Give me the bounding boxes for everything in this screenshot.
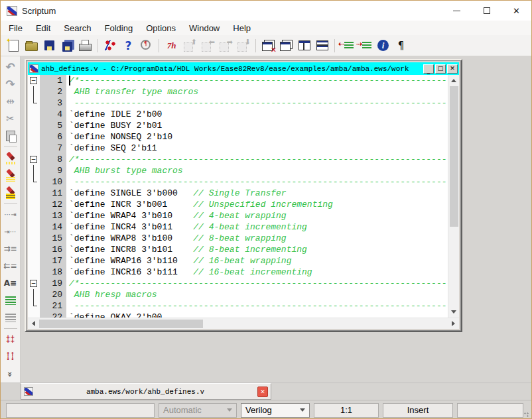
expand-folds-icon[interactable] — [356, 37, 374, 54]
fold-start[interactable] — [28, 278, 40, 289]
code-text[interactable]: `define INCR8 3'b101 // 8-beat increment… — [66, 244, 448, 255]
code-text[interactable]: `define BUSY 2'b01 — [66, 120, 448, 131]
capitalize-icon[interactable] — [2, 274, 19, 292]
code-line[interactable]: 10 -------------------------------------… — [28, 176, 448, 188]
new-document-icon[interactable] — [5, 37, 23, 54]
code-line[interactable]: 12`define INCR 3'b001 // Unspecified inc… — [28, 199, 448, 210]
code-text[interactable]: `define IDLE 2'b00 — [66, 109, 448, 120]
marker-dotted-icon[interactable] — [2, 149, 19, 166]
code-line[interactable]: 7`define SEQ 2'b11 — [28, 143, 448, 154]
code-line[interactable]: 18`define INCR16 3'b111 // 16-beat incre… — [28, 267, 448, 278]
code-line[interactable]: 14`define INCR4 3'b011 // 4-beat increme… — [28, 221, 448, 233]
code-text[interactable]: `define OKAY 2'b00 — [66, 312, 448, 318]
code-line[interactable]: 11`define SINGLE 3'b000 // Single Transf… — [28, 188, 448, 199]
menu-options[interactable]: Options — [139, 22, 182, 34]
horizontal-scrollbar[interactable] — [28, 318, 459, 329]
redo-icon[interactable] — [2, 76, 19, 93]
code-text[interactable]: `define SEQ 2'b11 — [66, 143, 448, 154]
code-line[interactable]: 6`define NONSEQ 2'b10 — [28, 131, 448, 143]
join-lines-icon[interactable] — [2, 93, 19, 110]
comment-block-icon[interactable] — [2, 292, 19, 309]
minimize-button[interactable] — [442, 1, 472, 21]
code-text[interactable]: `define SINGLE 3'b000 // Single Transfer — [66, 188, 448, 199]
menu-window[interactable]: Window — [182, 22, 226, 34]
info-icon[interactable] — [374, 37, 392, 54]
code-text[interactable]: /*--------------------------------------… — [66, 278, 448, 289]
resize-grip[interactable] — [524, 412, 529, 418]
menu-folding[interactable]: Folding — [98, 22, 140, 34]
encoding-select[interactable]: Automatic — [159, 403, 237, 418]
code-text[interactable]: ----------------------------------------… — [66, 300, 448, 312]
fold-all-icon[interactable] — [2, 331, 19, 348]
unfold-all-icon[interactable] — [2, 348, 19, 365]
scroll-down-icon[interactable] — [448, 306, 460, 318]
code-line[interactable]: 3 --------------------------------------… — [28, 97, 448, 109]
code-text[interactable]: `define WRAP4 3'b010 // 4-beat wrapping — [66, 210, 448, 221]
more-tools-icon[interactable] — [2, 365, 19, 383]
marker-striped-icon[interactable] — [2, 184, 19, 201]
vertical-scrollbar[interactable] — [448, 75, 459, 318]
close-all-windows-icon[interactable] — [259, 37, 277, 54]
doc-minimize-button[interactable]: _ — [423, 64, 434, 74]
fold-collapse-icon[interactable] — [30, 77, 37, 84]
code-text[interactable]: `define INCR4 3'b011 // 4-beat increment… — [66, 221, 448, 233]
append-end-icon[interactable] — [2, 206, 19, 223]
tile-horizontal-icon[interactable] — [313, 37, 331, 54]
code-line[interactable]: 21 -------------------------------------… — [28, 300, 448, 312]
code-text[interactable]: `define WRAP16 3'b110 // 16-beat wrappin… — [66, 255, 448, 267]
language-select[interactable]: Verilog — [241, 403, 310, 418]
doc-close-button[interactable]: ✕ — [447, 64, 458, 74]
code-line[interactable]: 15`define WRAP8 3'b100 // 8-beat wrappin… — [28, 233, 448, 244]
print-icon[interactable] — [76, 37, 94, 54]
marker-dotted2-icon[interactable] — [2, 166, 19, 184]
undo-icon[interactable] — [2, 58, 19, 76]
uncomment-block-icon[interactable] — [2, 309, 19, 326]
help-icon[interactable] — [119, 37, 137, 54]
code-text[interactable]: `define INCR 3'b001 // Unspecified incre… — [66, 199, 448, 210]
code-line[interactable]: 9 AHB burst type macros — [28, 165, 448, 176]
tab-ahb-defines[interactable]: amba.ews/work/ahb_defines.v ✕ — [21, 383, 271, 400]
hex-convert-icon[interactable] — [163, 37, 180, 54]
cut-icon[interactable] — [2, 110, 19, 127]
menu-edit[interactable]: Edit — [29, 22, 57, 34]
code-text[interactable]: AHB transfer type macros — [66, 86, 448, 97]
scroll-up-icon[interactable] — [448, 75, 460, 86]
code-line[interactable]: 17`define WRAP16 3'b110 // 16-beat wrapp… — [28, 255, 448, 267]
save-all-icon[interactable] — [58, 37, 76, 54]
document-titlebar[interactable]: ahb_defines.v - C:/ProgramData/HDL Works… — [28, 62, 459, 75]
vertical-scroll-thumb[interactable] — [450, 86, 458, 227]
code-line[interactable]: 13`define WRAP4 3'b010 // 4-beat wrappin… — [28, 210, 448, 221]
tile-vertical-icon[interactable] — [295, 37, 313, 54]
code-text[interactable]: /*--------------------------------------… — [66, 75, 448, 86]
code-text[interactable]: ----------------------------------------… — [66, 97, 448, 109]
doc-maximize-button[interactable]: □ — [435, 64, 446, 74]
menu-file[interactable]: File — [2, 22, 29, 34]
fold-collapse-icon[interactable] — [30, 156, 37, 163]
code-text[interactable]: AHB burst type macros — [66, 165, 448, 176]
menu-search[interactable]: Search — [57, 22, 98, 34]
open-file-icon[interactable] — [23, 37, 40, 54]
pilcrow-icon[interactable] — [392, 37, 410, 54]
menu-help[interactable]: Help — [226, 22, 257, 34]
paste-icon[interactable] — [2, 127, 19, 145]
fold-start[interactable] — [28, 75, 40, 86]
maximize-button[interactable] — [472, 1, 501, 21]
code-line[interactable]: 16`define INCR8 3'b101 // 8-beat increme… — [28, 244, 448, 255]
tab-close-button[interactable]: ✕ — [257, 387, 268, 397]
code-text[interactable]: AHB hresp macros — [66, 289, 448, 300]
collapse-folds-icon[interactable] — [338, 37, 356, 54]
scroll-right-icon[interactable] — [448, 318, 459, 329]
fold-collapse-icon[interactable] — [30, 280, 37, 287]
insert-start-icon[interactable] — [2, 223, 19, 240]
code-text[interactable]: `define INCR16 3'b111 // 16-beat increme… — [66, 267, 448, 278]
code-text[interactable]: `define WRAP8 3'b100 // 8-beat wrapping — [66, 233, 448, 244]
scroll-left-icon[interactable] — [28, 318, 39, 329]
code-line[interactable]: 2 AHB transfer type macros — [28, 86, 448, 97]
close-button[interactable]: ✕ — [501, 1, 531, 21]
code-text[interactable]: /*--------------------------------------… — [66, 154, 448, 165]
fold-start[interactable] — [28, 154, 40, 165]
shift-right-icon[interactable] — [2, 240, 19, 257]
shift-left-icon[interactable] — [2, 257, 19, 274]
code-text[interactable]: `define NONSEQ 2'b10 — [66, 131, 448, 143]
print-preview-icon[interactable] — [137, 37, 155, 54]
